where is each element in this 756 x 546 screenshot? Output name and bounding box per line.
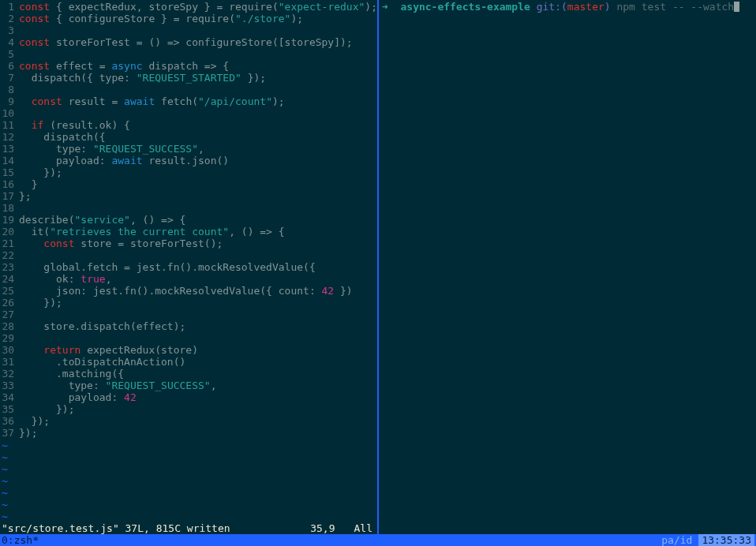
prompt-branch: master xyxy=(567,1,604,13)
editor-status-bar: "src/store.test.js" 37L, 815C written 35… xyxy=(0,522,377,534)
code-area[interactable]: const { expectRedux, storeSpy } = requir… xyxy=(17,0,377,439)
terminal-pane[interactable]: ➜ async-effects-example git:(master) npm… xyxy=(379,0,756,534)
empty-line-tildes: ~ ~ ~ ~ ~ ~ ~ xyxy=(0,439,377,522)
prompt-git-label: git: xyxy=(537,1,561,13)
editor-pane[interactable]: 1 2 3 4 5 6 7 8 9 10 11 12 13 14 15 16 1… xyxy=(0,0,377,534)
line-numbers-gutter: 1 2 3 4 5 6 7 8 9 10 11 12 13 14 15 16 1… xyxy=(0,0,17,439)
status-file: "src/store.test.js" 37L, 815C written xyxy=(2,522,230,534)
tmux-session-name: pa/id xyxy=(657,534,697,546)
tmux-window-list[interactable]: 0:zsh* xyxy=(2,534,657,546)
tmux-status-bar: 0:zsh* pa/id 13:35:33 xyxy=(0,534,756,546)
tmux-clock: 13:35:33 xyxy=(698,534,754,546)
prompt-paren-open: ( xyxy=(561,1,567,13)
terminal-cursor xyxy=(734,2,739,12)
status-cursor-pos: 35,9 xyxy=(230,522,354,534)
panes-row: 1 2 3 4 5 6 7 8 9 10 11 12 13 14 15 16 1… xyxy=(0,0,756,534)
typed-command[interactable]: npm test -- --watch xyxy=(616,1,734,13)
status-view: All xyxy=(354,522,376,534)
prompt-arrow-icon: ➜ xyxy=(382,1,388,13)
tmux-window: 1 2 3 4 5 6 7 8 9 10 11 12 13 14 15 16 1… xyxy=(0,0,756,546)
prompt-paren-close: ) xyxy=(604,1,611,13)
prompt-cwd: async-effects-example xyxy=(400,1,530,13)
editor-body: 1 2 3 4 5 6 7 8 9 10 11 12 13 14 15 16 1… xyxy=(0,0,377,439)
